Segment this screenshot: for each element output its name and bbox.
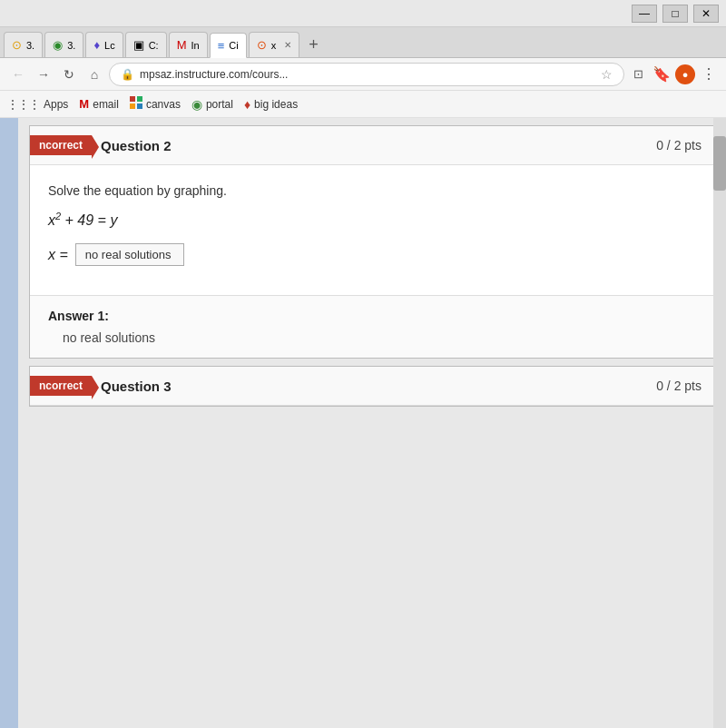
svg-rect-3 (137, 103, 142, 109)
tab-6-icon: ≡ (218, 39, 225, 53)
apps-label: Apps (44, 98, 68, 111)
home-button[interactable]: ⌂ (83, 64, 105, 85)
tab-3-icon: ♦ (93, 38, 100, 52)
svg-rect-2 (130, 103, 135, 109)
bookmark-button[interactable]: 🔖 (652, 64, 672, 84)
svg-rect-1 (137, 96, 142, 102)
bookmark-apps[interactable]: ⋮⋮⋮ Apps (7, 98, 68, 111)
apps-grid-icon: ⋮⋮⋮ (7, 98, 40, 111)
tab-3-label: Lc (104, 40, 115, 51)
refresh-button[interactable]: ↻ (58, 64, 80, 85)
answer-value: no real solutions (48, 330, 696, 345)
question-3-card: ncorrect Question 3 0 / 2 pts (29, 366, 715, 407)
tab-bar: ⊙ 3. ◉ 3. ♦ Lc ▣ C: M In ≡ Ci ⊙ x ✕ + (0, 27, 726, 58)
question-2-card: ncorrect Question 2 0 / 2 pts Solve the … (29, 125, 715, 359)
tab-7[interactable]: ⊙ x ✕ (249, 32, 300, 57)
tab-1-icon: ⊙ (12, 38, 22, 52)
profile-button[interactable]: ● (675, 64, 695, 84)
tab-7-icon: ⊙ (257, 38, 267, 52)
address-bar[interactable]: 🔒 mpsaz.instructure.com/cours... ☆ (109, 63, 624, 86)
left-sidebar (0, 118, 18, 728)
email-icon: M (79, 97, 89, 111)
question-2-equation: x2 + 49 = y (48, 211, 696, 229)
question-2-badge: ncorrect (30, 135, 92, 155)
bookmark-bigideas[interactable]: ♦ big ideas (244, 97, 298, 112)
user-answer-input[interactable]: no real solutions (75, 243, 184, 266)
tab-4[interactable]: ▣ C: (125, 32, 167, 57)
tab-5-icon: M (177, 38, 187, 52)
email-label: email (93, 98, 119, 111)
bookmark-portal[interactable]: ◉ portal (191, 97, 233, 112)
canvas-icon (130, 96, 142, 112)
question-3-header: ncorrect Question 3 0 / 2 pts (30, 367, 714, 406)
x-equals-label: x = (48, 247, 68, 263)
question-3-points: 0 / 2 pts (656, 379, 701, 393)
question-2-points: 0 / 2 pts (656, 138, 701, 152)
answer-section: Answer 1: no real solutions (30, 295, 714, 358)
nav-icons: ⊡ 🔖 ● ⋮ (628, 64, 719, 84)
question-3-title: Question 3 (101, 379, 656, 394)
portal-icon: ◉ (191, 97, 202, 112)
lock-icon: 🔒 (121, 68, 134, 81)
tab-1[interactable]: ⊙ 3. (4, 32, 43, 57)
bookmark-icon: 🔖 (652, 65, 671, 83)
tab-7-label: x (271, 40, 277, 51)
tab-6-label: Ci (229, 40, 238, 51)
tab-4-icon: ▣ (133, 38, 144, 52)
tab-2[interactable]: ◉ 3. (44, 32, 83, 57)
scrollbar-thumb[interactable] (713, 136, 726, 191)
bookmark-email[interactable]: M email (79, 97, 119, 111)
maximize-button[interactable]: □ (662, 5, 688, 23)
bigideas-icon: ♦ (244, 97, 250, 112)
star-icon[interactable]: ☆ (601, 67, 613, 82)
bookmark-canvas[interactable]: canvas (130, 96, 181, 112)
question-2-header: ncorrect Question 2 0 / 2 pts (30, 126, 714, 165)
bookmarks-bar: ⋮⋮⋮ Apps M email canvas ◉ portal ♦ big i… (0, 91, 726, 118)
tab-6[interactable]: ≡ Ci (210, 33, 247, 58)
question-3-badge: ncorrect (30, 376, 92, 396)
tab-2-icon: ◉ (53, 38, 63, 52)
tab-1-label: 3. (26, 40, 34, 51)
question-2-body: Solve the equation by graphing. x2 + 49 … (30, 165, 714, 295)
address-text: mpsaz.instructure.com/cours... (140, 68, 595, 81)
bigideas-label: big ideas (254, 98, 298, 111)
new-tab-button[interactable]: + (301, 32, 326, 57)
menu-button[interactable]: ⋮ (699, 64, 719, 84)
question-2-title: Question 2 (101, 138, 656, 153)
close-button[interactable]: ✕ (693, 5, 719, 23)
canvas-label: canvas (146, 98, 181, 111)
minimize-button[interactable]: — (632, 5, 657, 23)
tab-5[interactable]: M In (169, 32, 208, 57)
scrollbar-track[interactable] (713, 118, 726, 728)
question-2-text: Solve the equation by graphing. (48, 183, 696, 198)
tab-4-label: C: (149, 40, 159, 51)
main-content: ncorrect Question 2 0 / 2 pts Solve the … (18, 118, 726, 728)
tab-5-label: In (191, 40, 199, 51)
nav-bar: ← → ↻ ⌂ 🔒 mpsaz.instructure.com/cours...… (0, 58, 726, 91)
tab-3[interactable]: ♦ Lc (85, 32, 123, 57)
forward-button[interactable]: → (33, 64, 54, 85)
answer-label: Answer 1: (48, 309, 696, 323)
svg-rect-0 (130, 96, 135, 102)
content-area: ncorrect Question 2 0 / 2 pts Solve the … (0, 118, 726, 728)
tab-2-label: 3. (67, 40, 75, 51)
portal-label: portal (206, 98, 233, 111)
title-bar: — □ ✕ (0, 0, 726, 27)
window-controls: — □ ✕ (632, 5, 719, 23)
answer-row: x = no real solutions (48, 243, 696, 266)
tab-7-close[interactable]: ✕ (284, 40, 291, 50)
cast-button[interactable]: ⊡ (628, 64, 648, 84)
back-button[interactable]: ← (7, 64, 29, 85)
